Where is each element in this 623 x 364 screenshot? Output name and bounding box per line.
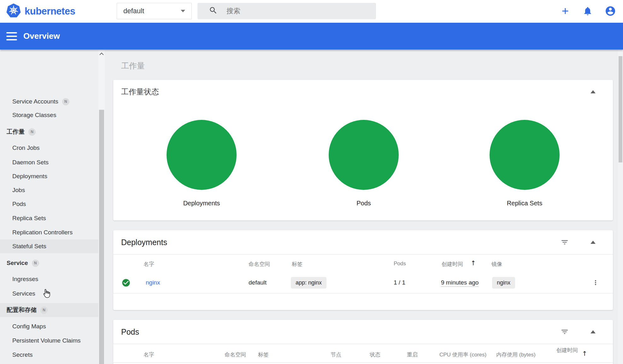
col-header-namespace[interactable]: 命名空间 (249, 261, 270, 268)
col-header-images[interactable]: 镜像 (491, 261, 502, 268)
sidebar-item-stateful-sets[interactable]: Stateful Sets (0, 239, 98, 253)
sidebar-scrollbar-up-icon[interactable] (98, 50, 105, 58)
pods-chart-label: Pods (329, 200, 399, 207)
deployment-namespace: default (249, 279, 267, 286)
pods-card: Pods 名字 命名空间 标签 节点 状态 重启 CPU 使用率 (cores)… (113, 320, 613, 364)
col-header-pods[interactable]: Pods (394, 261, 406, 267)
sidebar-item-storage-classes[interactable]: Storage Classes (0, 108, 98, 122)
deployment-created-time: 9 minutes ago (441, 279, 479, 287)
col-header-created[interactable]: 创建时间 (442, 261, 463, 268)
replica-sets-status-chart[interactable] (490, 120, 560, 190)
col-header-labels[interactable]: 标签 (292, 261, 303, 268)
bell-icon (583, 6, 593, 17)
row-menu-button[interactable] (590, 277, 601, 288)
sidebar-item-services[interactable]: Services (0, 287, 98, 301)
sidebar-section-service[interactable]: Service N (0, 256, 98, 270)
workload-status-card: 工作量状态 Deployments Pods Replica Sets (113, 80, 613, 220)
sidebar-item-pods[interactable]: Pods (0, 197, 98, 211)
filter-icon[interactable] (560, 238, 569, 247)
pods-table-header: 名字 命名空间 标签 节点 状态 重启 CPU 使用率 (cores) 内存使用… (113, 344, 613, 363)
collapse-up-icon[interactable] (591, 330, 596, 333)
deployments-status-chart[interactable] (167, 120, 237, 190)
col-header-status[interactable]: 状态 (370, 351, 380, 358)
sidebar-scrollbar-thumb[interactable] (99, 110, 104, 364)
kubernetes-logo-icon (6, 3, 21, 19)
page-title: 工作量 (121, 61, 145, 71)
chevron-down-icon (181, 10, 185, 12)
sidebar-item-service-accounts[interactable]: Service Accounts N (0, 95, 98, 109)
col-header-cpu[interactable]: CPU 使用率 (cores) (439, 351, 486, 358)
label-chip: app: nginx (291, 277, 326, 289)
sidebar-item-ingresses[interactable]: Ingresses (0, 272, 98, 286)
app-header: kubernetes default (0, 0, 623, 23)
sidebar-item-replica-sets[interactable]: Replica Sets (0, 211, 98, 225)
account-button[interactable] (605, 6, 616, 17)
deployment-row-nginx: nginx default app: nginx 1 / 1 9 minutes… (113, 272, 613, 293)
namespaced-badge: N (40, 307, 48, 314)
col-header-restarts[interactable]: 重启 (407, 351, 418, 358)
sidebar-section-workloads[interactable]: 工作量 N (0, 125, 98, 139)
collapse-up-icon[interactable] (591, 90, 596, 93)
deployments-card: Deployments 名字 命名空间 标签 Pods 创建时间 ↑ 镜像 ng… (113, 230, 613, 310)
namespace-selector[interactable]: default (117, 3, 192, 19)
col-header-created[interactable]: 创建时间 (555, 347, 579, 354)
sidebar-item-replication-controllers[interactable]: Replication Controllers (0, 226, 98, 239)
sidebar-item-cron-jobs[interactable]: Cron Jobs (0, 141, 98, 155)
sort-ascending-icon[interactable]: ↑ (582, 350, 587, 357)
account-icon (605, 5, 616, 18)
image-chip: nginx (492, 277, 515, 289)
logo-text: kubernetes (25, 6, 75, 17)
sidebar-nav: Service Accounts N Storage Classes 工作量 N… (0, 50, 105, 364)
col-header-memory[interactable]: 内存使用 (bytes) (496, 351, 536, 358)
plus-icon (560, 6, 570, 17)
sidebar-item-daemon-sets[interactable]: Daemon Sets (0, 156, 98, 169)
sidebar-item-secrets[interactable]: Secrets (0, 348, 98, 362)
col-header-name[interactable]: 名字 (144, 261, 154, 268)
deployment-pods-count: 1 / 1 (394, 279, 405, 286)
kubernetes-logo[interactable]: kubernetes (6, 4, 75, 19)
col-header-node[interactable]: 节点 (331, 351, 341, 358)
namespaced-badge: N (62, 98, 69, 105)
sidebar-item-deployments[interactable]: Deployments (0, 169, 98, 183)
col-header-namespace[interactable]: 命名空间 (225, 351, 246, 358)
deployments-table-header: 名字 命名空间 标签 Pods 创建时间 ↑ 镜像 (113, 254, 613, 272)
sidebar-item-config-maps[interactable]: Config Maps (0, 320, 98, 333)
namespaced-badge: N (28, 128, 36, 136)
main-scrollbar-thumb[interactable] (619, 56, 622, 162)
deployments-card-title: Deployments (121, 238, 167, 247)
col-header-labels[interactable]: 标签 (258, 351, 269, 358)
collapse-up-icon[interactable] (591, 241, 596, 244)
workload-status-title: 工作量状态 (121, 87, 159, 97)
deployments-chart-label: Deployments (167, 200, 237, 207)
pods-status-chart[interactable] (329, 120, 399, 190)
pods-card-title: Pods (121, 327, 139, 337)
namespaced-badge: N (32, 260, 39, 267)
deployment-name-link[interactable]: nginx (146, 279, 160, 286)
create-button[interactable] (560, 6, 571, 17)
hamburger-icon[interactable] (6, 32, 17, 40)
status-ok-icon (121, 278, 131, 289)
sidebar-item-persistent-volume-claims[interactable]: Persistent Volume Claims (0, 334, 98, 348)
search-icon (209, 6, 218, 16)
search-box[interactable] (197, 3, 376, 19)
sidebar-item-jobs[interactable]: Jobs (0, 183, 98, 197)
toolbar: Overview (0, 23, 623, 50)
sidebar-section-config-and-storage[interactable]: 配置和存储 N (0, 303, 98, 317)
namespace-selected-value: default (123, 7, 181, 15)
replica-sets-chart-label: Replica Sets (490, 200, 560, 207)
search-input[interactable] (226, 7, 362, 15)
notifications-button[interactable] (582, 6, 593, 17)
sort-ascending-icon[interactable]: ↑ (471, 259, 476, 267)
filter-icon[interactable] (560, 327, 569, 336)
col-header-name[interactable]: 名字 (144, 351, 154, 358)
page-toolbar-title: Overview (23, 31, 60, 41)
